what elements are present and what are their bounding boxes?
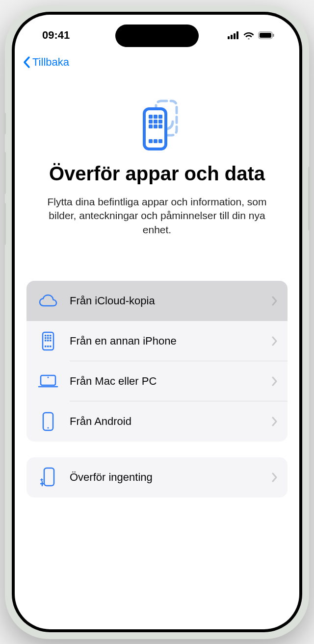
svg-point-37 [48, 427, 49, 429]
chevron-right-icon [272, 417, 278, 426]
svg-rect-38 [44, 468, 54, 486]
svg-rect-23 [47, 335, 49, 337]
nav-bar: Tillbaka [15, 49, 299, 73]
silent-switch [4, 113, 6, 134]
option-android[interactable]: Från Android [26, 401, 288, 442]
option-group-sources: Från iCloud-kopia [26, 281, 288, 442]
svg-rect-28 [45, 340, 47, 342]
option-mac-pc[interactable]: Från Mac eller PC [26, 361, 288, 401]
laptop-icon [37, 374, 59, 388]
option-label: Från en annan iPhone [70, 335, 272, 347]
svg-rect-27 [50, 337, 52, 339]
phone-outline-icon [37, 412, 59, 431]
back-button[interactable]: Tillbaka [23, 56, 69, 69]
content-area: Överför appar och data Flytta dina befin… [15, 94, 299, 497]
option-icloud-backup[interactable]: Från iCloud-kopia [26, 281, 288, 321]
volume-down-button [4, 203, 6, 245]
cloud-icon [37, 294, 59, 308]
power-button [308, 167, 310, 230]
option-label: Från Mac eller PC [70, 375, 272, 388]
phone-sparkle-icon [37, 467, 59, 488]
option-label: Överför ingenting [70, 471, 272, 484]
hero-transfer-icon [26, 94, 288, 153]
chevron-right-icon [272, 296, 278, 306]
svg-rect-2 [234, 33, 236, 39]
svg-rect-12 [149, 120, 153, 124]
screen: 09:41 [15, 15, 299, 629]
wifi-icon [243, 31, 254, 39]
option-label: Från iCloud-kopia [70, 295, 272, 307]
chevron-right-icon [272, 472, 278, 482]
svg-rect-18 [149, 139, 153, 143]
phone-bezel: 09:41 [12, 12, 302, 632]
svg-rect-31 [45, 346, 47, 347]
svg-rect-13 [154, 120, 157, 124]
battery-icon [258, 31, 275, 39]
chevron-right-icon [272, 336, 278, 346]
status-icons [228, 31, 278, 39]
option-another-iphone[interactable]: Från en annan iPhone [26, 321, 288, 361]
iphone-grid-icon [37, 331, 59, 351]
page-subtitle: Flytta dina befintliga appar och informa… [26, 195, 288, 237]
svg-rect-17 [158, 124, 162, 128]
svg-rect-1 [231, 35, 233, 39]
svg-rect-24 [50, 335, 52, 337]
svg-rect-14 [158, 120, 162, 124]
cellular-icon [228, 31, 239, 39]
svg-rect-30 [50, 340, 52, 342]
svg-rect-25 [45, 337, 47, 339]
phone-frame: 09:41 [5, 5, 309, 639]
svg-rect-10 [154, 115, 157, 119]
svg-rect-15 [149, 124, 153, 128]
volume-up-button [4, 152, 6, 194]
svg-rect-26 [47, 337, 49, 339]
dynamic-island [115, 25, 199, 47]
svg-rect-11 [158, 115, 162, 119]
svg-rect-5 [260, 33, 271, 38]
chevron-right-icon [272, 376, 278, 386]
svg-rect-19 [154, 139, 157, 143]
svg-rect-20 [158, 139, 162, 143]
option-group-skip: Överför ingenting [26, 457, 288, 497]
option-label: Från Android [70, 415, 272, 428]
svg-rect-9 [149, 115, 153, 119]
svg-point-35 [48, 377, 49, 378]
svg-rect-16 [154, 124, 157, 128]
svg-rect-6 [273, 34, 274, 37]
svg-rect-22 [45, 335, 47, 337]
svg-rect-29 [47, 340, 49, 342]
page-title: Överför appar och data [26, 162, 288, 185]
status-time: 09:41 [36, 29, 70, 42]
chevron-left-icon [23, 56, 31, 69]
svg-rect-32 [47, 346, 49, 347]
option-transfer-nothing[interactable]: Överför ingenting [26, 457, 288, 497]
svg-rect-0 [228, 36, 230, 39]
svg-rect-3 [236, 31, 238, 39]
back-label: Tillbaka [32, 56, 69, 69]
svg-rect-33 [50, 346, 52, 347]
